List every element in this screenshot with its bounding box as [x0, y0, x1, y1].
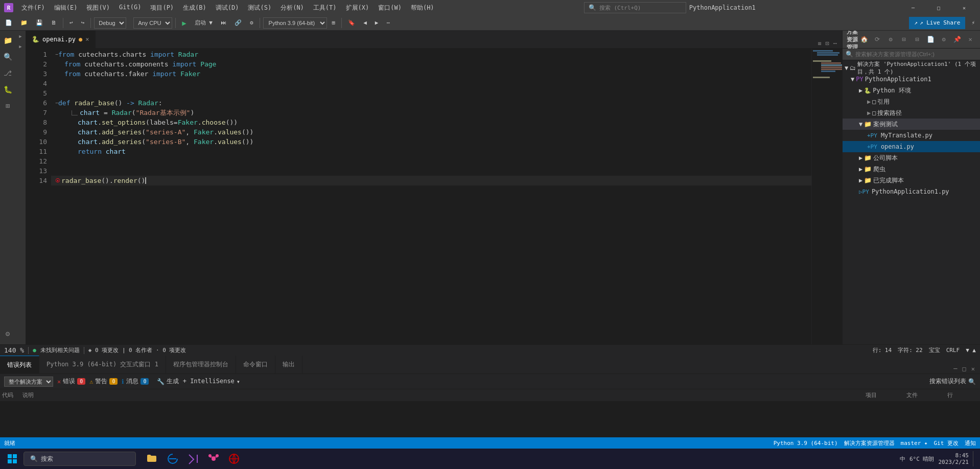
git-activity-icon[interactable]: ⎇: [0, 65, 15, 81]
folder-cases[interactable]: ▼ 📁 案例测试: [843, 119, 980, 130]
scroll-btn[interactable]: ▼ ▲: [966, 347, 976, 354]
main-py-file[interactable]: ▷PY PythonApplication1.py: [843, 186, 980, 197]
solution-search-bar[interactable]: 🔍: [843, 49, 980, 60]
tray-show-desktop[interactable]: [973, 451, 976, 466]
home-btn[interactable]: 🏠: [858, 34, 870, 45]
git-changes-status[interactable]: Git 更改: [934, 439, 959, 447]
menu-debug[interactable]: 调试(D): [212, 3, 243, 13]
explorer-icon[interactable]: 📁: [0, 33, 15, 48]
new-solution-btn[interactable]: 📄: [925, 34, 936, 45]
panel-settings-btn[interactable]: ⚙: [938, 34, 949, 45]
next-bookmark[interactable]: ▶: [372, 18, 382, 27]
panel-close-btn[interactable]: ✕: [965, 34, 976, 45]
taskbar-app-browser[interactable]: [225, 450, 243, 468]
build-filter-dropdown[interactable]: ▾: [237, 378, 240, 385]
split-editor-btn[interactable]: ⊡: [825, 39, 830, 48]
panel-minimize-btn[interactable]: ─: [952, 364, 958, 373]
package-tab[interactable]: 程序包管理器控制台: [166, 356, 236, 373]
notifications-status[interactable]: 通知: [965, 439, 976, 447]
sidebar-btn-1[interactable]: ▶: [16, 32, 25, 41]
build-config-dropdown[interactable]: Debug: [94, 17, 126, 29]
cmd-tab[interactable]: 命令窗口: [236, 356, 275, 373]
interactive-tab[interactable]: Python 3.9 (64-bit) 交互式窗口 1: [39, 356, 166, 373]
extensions-activity-icon[interactable]: ⊞: [0, 98, 15, 113]
output-tab[interactable]: 输出: [275, 356, 302, 373]
more-debug-btn[interactable]: ⚙: [247, 18, 256, 27]
panel-maximize-btn[interactable]: □: [962, 364, 967, 373]
minimize-button[interactable]: ─: [901, 0, 925, 15]
menu-extensions[interactable]: 扩展(X): [342, 3, 374, 13]
sync-btn[interactable]: ⟳: [872, 34, 883, 45]
menu-view[interactable]: 视图(V): [82, 3, 114, 13]
taskbar-search-btn[interactable]: 🔍 搜索: [24, 452, 136, 466]
menu-analyze[interactable]: 分析(N): [276, 3, 308, 13]
taskbar-app-edge[interactable]: [164, 450, 182, 468]
start-button[interactable]: [4, 451, 20, 467]
debug-activity-icon[interactable]: 🐛: [0, 82, 15, 97]
settings-icon[interactable]: ⚙: [0, 326, 15, 341]
redo-btn[interactable]: ↪: [78, 18, 88, 27]
menu-file[interactable]: 文件(F): [17, 3, 49, 13]
more-bookmark[interactable]: ⋯: [383, 18, 393, 27]
sidebar-btn-2[interactable]: ▶: [16, 42, 25, 51]
panel-pin-btn[interactable]: 📌: [951, 34, 963, 45]
solution-root[interactable]: ▼ 🗂 解决方案 'PythonApplication1' (1 个项目，共 1…: [843, 62, 980, 74]
env-btn[interactable]: ⊞: [329, 18, 339, 27]
folder-company[interactable]: ▶ 📁 公司脚本: [843, 152, 980, 163]
folder-crawler[interactable]: ▶ 📁 爬虫: [843, 163, 980, 175]
run-button[interactable]: ▶: [179, 18, 189, 28]
undo-btn[interactable]: ↩: [66, 18, 76, 27]
tray-lang[interactable]: 中: [900, 455, 905, 463]
step-over-btn[interactable]: ⏭: [218, 18, 229, 27]
prev-bookmark[interactable]: ◀: [360, 18, 370, 27]
folder-done[interactable]: ▶ 📁 已完成脚本: [843, 175, 980, 186]
maximize-button[interactable]: □: [927, 0, 950, 15]
collapse-all-btn[interactable]: ⊟: [912, 34, 923, 45]
active-tab[interactable]: 🐍 openai.py ● ×: [26, 31, 96, 48]
errors-tab[interactable]: 错误列表: [0, 356, 39, 373]
filter-btn[interactable]: ⊟: [898, 34, 909, 45]
solution-search-input[interactable]: [855, 51, 977, 57]
menu-build[interactable]: 生成(B): [179, 3, 211, 13]
panel-close-btn-2[interactable]: ✕: [970, 364, 976, 373]
run-label-btn[interactable]: 启动 ▼: [192, 18, 216, 28]
error-search[interactable]: 搜索错误列表 🔍: [929, 377, 976, 386]
global-search[interactable]: 🔍 搜索 (Ctrl+Q): [584, 2, 686, 13]
solution-explorer-status[interactable]: 解决方案资源管理器: [844, 439, 895, 447]
attach-btn[interactable]: 🔗: [231, 18, 245, 27]
git-status[interactable]: master ✦: [901, 440, 928, 447]
references-item[interactable]: ▶ □ 引用: [843, 96, 980, 107]
extension-btn[interactable]: ⚡: [968, 18, 978, 27]
menu-edit[interactable]: 编辑(E): [50, 3, 82, 13]
close-button[interactable]: ✕: [952, 0, 976, 15]
platform-dropdown[interactable]: Any CPU: [133, 17, 172, 29]
menu-project[interactable]: 项目(P): [146, 3, 178, 13]
python-env-item[interactable]: ▶ 🐍 Python 环境: [843, 85, 980, 96]
code-area[interactable]: − from cutecharts.charts import Radar fr…: [51, 49, 811, 344]
menu-tools[interactable]: 工具(T): [309, 3, 341, 13]
new-file-btn[interactable]: 📄: [2, 18, 15, 27]
taskbar-app-vs[interactable]: [184, 450, 202, 468]
error-scope-dropdown[interactable]: 整个解决方案: [4, 377, 53, 387]
open-btn[interactable]: 📁: [17, 18, 31, 27]
more-tabs-btn[interactable]: ⋯: [832, 39, 838, 48]
tray-clock[interactable]: 8:45 2023/2/21: [938, 452, 969, 465]
openai-file[interactable]: +PY openai.py: [843, 141, 980, 152]
save-btn[interactable]: 💾: [33, 18, 46, 27]
taskbar-app-explorer[interactable]: [143, 450, 161, 468]
tab-list-btn[interactable]: ≡: [816, 39, 822, 48]
bookmark-btn[interactable]: 🔖: [345, 18, 358, 27]
menu-test[interactable]: 测试(S): [244, 3, 275, 13]
python-version-selector[interactable]: Python 3.9 (64-bit): [263, 17, 327, 29]
tab-close-btn[interactable]: ×: [85, 36, 89, 43]
live-share-button[interactable]: ↗ ↗ Live Share: [909, 17, 965, 29]
menu-git[interactable]: Git(G): [115, 3, 145, 13]
python-env-status[interactable]: Python 3.9 (64-bit): [774, 440, 838, 447]
search-activity-icon[interactable]: 🔍: [0, 49, 15, 64]
menu-help[interactable]: 帮助(H): [407, 3, 438, 13]
settings-btn[interactable]: ⚙: [885, 34, 896, 45]
save-all-btn[interactable]: 🗎: [48, 18, 60, 27]
taskbar-app-git[interactable]: [204, 450, 223, 468]
search-path-item[interactable]: ▶ □ 搜索路径: [843, 107, 980, 119]
menu-window[interactable]: 窗口(W): [374, 3, 406, 13]
